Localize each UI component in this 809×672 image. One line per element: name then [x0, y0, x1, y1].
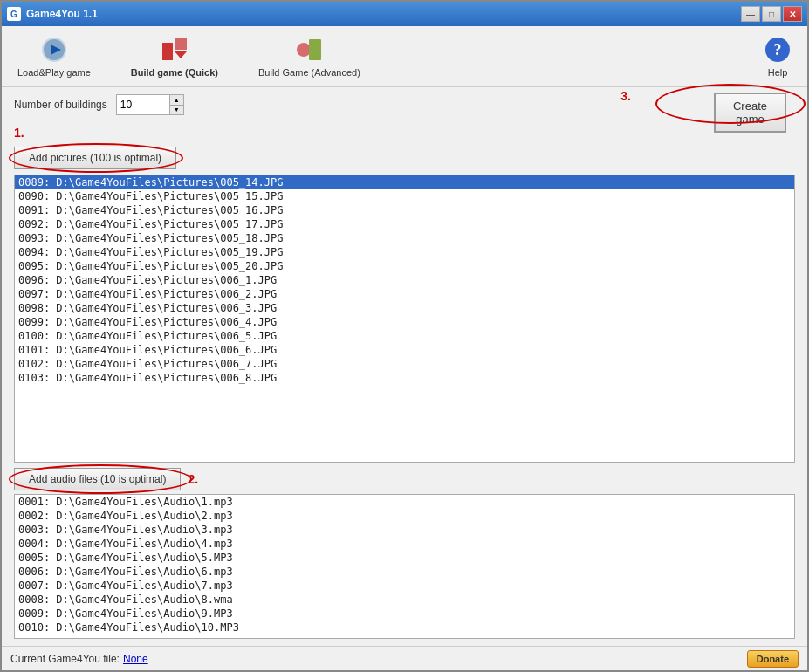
svg-rect-7 — [309, 39, 321, 60]
status-label: Current Game4You file: — [10, 653, 120, 665]
buildings-input[interactable] — [117, 95, 169, 114]
picture-item[interactable]: 0093: D:\Game4YouFiles\Pictures\005_18.J… — [15, 231, 794, 245]
picture-item[interactable]: 0103: D:\Game4YouFiles\Pictures\006_8.JP… — [15, 371, 794, 385]
add-pictures-wrap: Add pictures (100 is optimal) — [14, 147, 795, 169]
audio-list[interactable]: 0001: D:\Game4YouFiles\Audio\1.mp30002: … — [14, 494, 795, 639]
help-label: Help — [768, 67, 788, 78]
build-quick-icon — [161, 36, 189, 64]
picture-item[interactable]: 0095: D:\Game4YouFiles\Pictures\005_20.J… — [15, 259, 794, 273]
svg-marker-5 — [175, 51, 187, 58]
minimize-button[interactable]: — — [741, 6, 760, 22]
toolbar: Load&Play game Build game (Quick) Build … — [2, 26, 807, 87]
svg-text:?: ? — [774, 41, 782, 58]
add-pictures-button[interactable]: Add pictures (100 is optimal) — [14, 147, 176, 169]
step-1-label: 1. — [14, 126, 24, 140]
audio-item[interactable]: 0008: D:\Game4YouFiles\Audio\8.wma — [15, 593, 794, 607]
current-file-link[interactable]: None — [123, 653, 148, 665]
close-button[interactable]: ✕ — [783, 6, 802, 22]
picture-item[interactable]: 0101: D:\Game4YouFiles\Pictures\006_6.JP… — [15, 343, 794, 357]
main-window: G Game4You 1.1 — □ ✕ Load&Play game — [0, 0, 809, 672]
play-icon — [40, 36, 68, 64]
step-2-label: 2. — [188, 472, 198, 486]
build-advanced-label: Build Game (Advanced) — [258, 67, 360, 78]
audio-item[interactable]: 0002: D:\Game4YouFiles\Audio\2.mp3 — [15, 509, 794, 523]
help-icon: ? — [764, 36, 792, 64]
picture-item[interactable]: 0097: D:\Game4YouFiles\Pictures\006_2.JP… — [15, 287, 794, 301]
spinner-up[interactable]: ▲ — [169, 95, 183, 106]
audio-item[interactable]: 0006: D:\Game4YouFiles\Audio\6.mp3 — [15, 565, 794, 579]
add-audio-wrap: Add audio files (10 is optimal) — [14, 468, 181, 490]
audio-item[interactable]: 0005: D:\Game4YouFiles\Audio\5.MP3 — [15, 551, 794, 565]
picture-item[interactable]: 0100: D:\Game4YouFiles\Pictures\006_5.JP… — [15, 329, 794, 343]
audio-item[interactable]: 0007: D:\Game4YouFiles\Audio\7.mp3 — [15, 579, 794, 593]
picture-item[interactable]: 0090: D:\Game4YouFiles\Pictures\005_15.J… — [15, 189, 794, 203]
donate-button[interactable]: Donate — [747, 650, 799, 668]
status-bar: Current Game4You file: None Donate — [2, 646, 807, 670]
audio-item[interactable]: 0003: D:\Game4YouFiles\Audio\3.mp3 — [15, 523, 794, 537]
picture-item[interactable]: 0092: D:\Game4YouFiles\Pictures\005_17.J… — [15, 217, 794, 231]
build-quick-label: Build game (Quick) — [131, 67, 218, 78]
audio-item[interactable]: 0001: D:\Game4YouFiles\Audio\1.mp3 — [15, 495, 794, 509]
svg-rect-4 — [175, 38, 187, 50]
build-advanced-icon — [295, 36, 323, 64]
audio-item[interactable]: 0004: D:\Game4YouFiles\Audio\4.mp3 — [15, 537, 794, 551]
audio-item[interactable]: 0009: D:\Game4YouFiles\Audio\9.MP3 — [15, 607, 794, 621]
maximize-button[interactable]: □ — [762, 6, 781, 22]
add-audio-button[interactable]: Add audio files (10 is optimal) — [14, 468, 181, 490]
pictures-list[interactable]: 0089: D:\Game4YouFiles\Pictures\005_14.J… — [14, 175, 795, 463]
app-icon: G — [7, 7, 21, 21]
toolbar-help[interactable]: ? Help — [757, 32, 799, 81]
load-play-label: Load&Play game — [17, 67, 91, 78]
spinner-down[interactable]: ▼ — [169, 106, 183, 115]
spinner-buttons: ▲ ▼ — [169, 95, 183, 114]
buildings-spinner: ▲ ▼ — [116, 94, 184, 115]
buildings-label: Number of buildings — [14, 99, 107, 111]
step-2-row: Add audio files (10 is optimal) 2. — [14, 468, 795, 490]
settings-row: Number of buildings ▲ ▼ 3. Create game — [2, 87, 807, 122]
window-title: Game4You 1.1 — [26, 8, 741, 20]
toolbar-build-advanced[interactable]: Build Game (Advanced) — [251, 32, 367, 81]
main-content: 1. Add pictures (100 is optimal) 0089: D… — [2, 122, 807, 646]
svg-point-6 — [297, 43, 311, 57]
toolbar-load-play[interactable]: Load&Play game — [10, 32, 98, 81]
picture-item[interactable]: 0098: D:\Game4YouFiles\Pictures\006_3.JP… — [15, 301, 794, 315]
picture-item[interactable]: 0099: D:\Game4YouFiles\Pictures\006_4.JP… — [15, 315, 794, 329]
picture-item[interactable]: 0089: D:\Game4YouFiles\Pictures\005_14.J… — [15, 175, 794, 189]
audio-item[interactable]: 0010: D:\Game4YouFiles\Audio\10.MP3 — [15, 621, 794, 634]
picture-item[interactable]: 0102: D:\Game4YouFiles\Pictures\006_7.JP… — [15, 357, 794, 371]
window-controls: — □ ✕ — [741, 6, 802, 22]
picture-item[interactable]: 0091: D:\Game4YouFiles\Pictures\005_16.J… — [15, 203, 794, 217]
picture-item[interactable]: 0094: D:\Game4YouFiles\Pictures\005_19.J… — [15, 245, 794, 259]
step-3-label: 3. — [620, 89, 631, 103]
picture-item[interactable]: 0096: D:\Game4YouFiles\Pictures\006_1.JP… — [15, 273, 794, 287]
toolbar-build-quick[interactable]: Build game (Quick) — [124, 32, 225, 81]
create-game-button[interactable]: Create game — [714, 93, 786, 133]
title-bar: G Game4You 1.1 — □ ✕ — [2, 2, 807, 26]
svg-rect-3 — [162, 43, 173, 60]
